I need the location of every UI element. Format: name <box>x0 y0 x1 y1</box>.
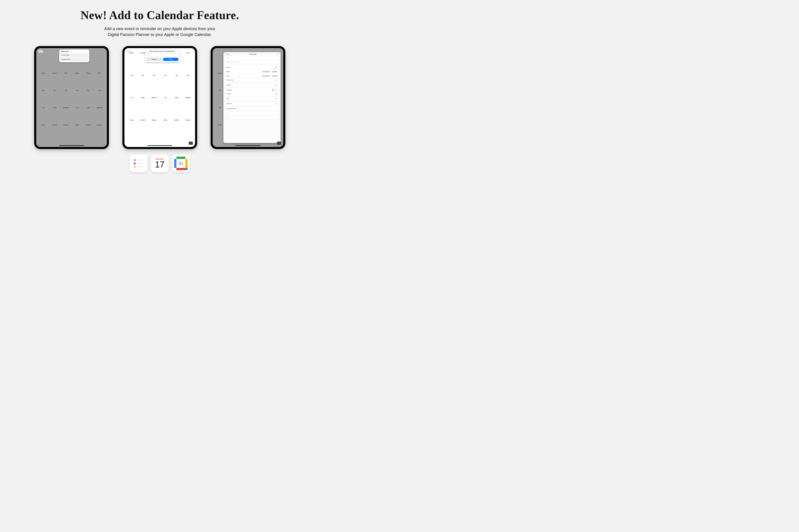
apple-cal-date-number: 17 <box>155 160 164 169</box>
page-title: New! Add to Calendar Feature. <box>80 8 239 22</box>
cancel-button[interactable]: Cancel <box>146 58 162 61</box>
ends-row[interactable]: EndsMay 29, 202412:02 PM <box>225 74 279 78</box>
done-button[interactable]: Done <box>163 58 178 61</box>
subtitle-line-2: Digital Passion Planner to your Apple or… <box>108 32 212 37</box>
app-icons-row: Monday 17 31 <box>130 154 190 172</box>
reminder-prompt-popover: What would you like to be reminded about… <box>145 50 180 62</box>
all-day-toggle[interactable] <box>274 66 278 68</box>
add-attachment-row[interactable]: Add attachment... <box>225 107 279 110</box>
location-field[interactable]: Location or Video Call <box>225 60 279 63</box>
year-calendar-background: JanuaryFebruaryMarchJanuaryFebruaryMarch… <box>126 52 193 141</box>
pip-button[interactable] <box>189 141 193 145</box>
notes-row[interactable]: Notes <box>225 115 279 119</box>
home-indicator <box>147 145 172 146</box>
ipad-mock-3: JanuaryFebruaryMarchJanuaryFebruaryMarch… <box>211 46 285 149</box>
cancel-button[interactable]: Cancel <box>225 54 230 55</box>
url-row[interactable]: URL <box>225 112 279 115</box>
sheet-title: New Event <box>250 54 256 55</box>
page-subtitle: Add a new event or reminder on your Appl… <box>104 26 215 38</box>
travel-time-row[interactable]: Travel TimeNone <box>225 78 279 82</box>
add-button[interactable]: Add <box>276 54 279 55</box>
home-indicator <box>236 145 260 146</box>
popover-title: Which date? <box>59 51 89 53</box>
ipad-row: JanuaryFebruaryMarchJanuaryFebruaryMarch… <box>34 46 285 149</box>
google-calendar-icon: 31 <box>172 154 190 172</box>
year-calendar-background: JanuaryFebruaryMarchJanuaryFebruaryMarch… <box>38 72 105 141</box>
calendar-color-dot <box>272 90 273 91</box>
repeat-row[interactable]: RepeatNever <box>225 83 279 87</box>
calendar-row[interactable]: CalendarHome <box>225 88 279 92</box>
all-day-row[interactable]: All-day <box>225 65 279 70</box>
new-event-sheet: Cancel New Event Add Title Location or V… <box>223 52 280 143</box>
title-field[interactable]: Title <box>225 56 279 60</box>
toolbar-pill <box>38 50 43 53</box>
pip-button[interactable] <box>277 141 281 145</box>
current-date-option[interactable]: Current Date <box>60 53 88 57</box>
specified-date-option[interactable]: Specified Date <box>60 58 88 61</box>
ipad-mock-2: JanuaryFebruaryMarchJanuaryFebruaryMarch… <box>122 46 197 149</box>
home-indicator <box>59 145 84 146</box>
invitees-row[interactable]: InviteesNone <box>225 92 279 96</box>
ipad-mock-1: JanuaryFebruaryMarchJanuaryFebruaryMarch… <box>34 46 109 149</box>
starts-row[interactable]: StartsMay 29, 202412:02 PM <box>225 70 279 74</box>
reminder-text-input[interactable]: |Text <box>146 53 178 57</box>
which-date-popover: Which date? Current Date Specified Date <box>59 50 89 62</box>
subtitle-line-1: Add a new event or reminder on your Appl… <box>104 26 215 31</box>
alert-row[interactable]: AlertNone <box>225 97 279 100</box>
prompt-title: What would you like to be reminded about… <box>146 51 178 53</box>
apple-reminders-icon <box>130 154 148 172</box>
gcal-number: 31 <box>177 159 185 168</box>
apple-calendar-icon: Monday 17 <box>151 154 169 172</box>
show-as-row[interactable]: Show AsBusy <box>225 102 279 106</box>
